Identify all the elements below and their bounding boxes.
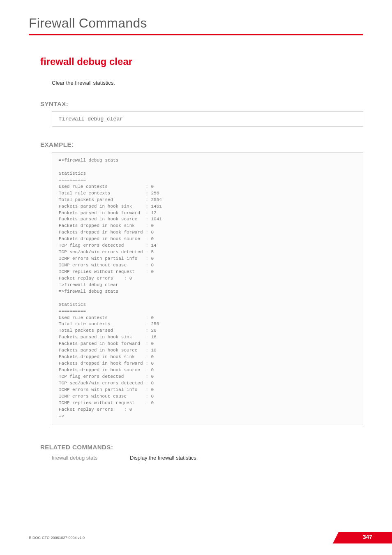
footer-page-tab: 347	[339, 532, 392, 543]
accent-rule	[29, 34, 363, 35]
chapter-title: Firewall Commands	[29, 16, 363, 31]
related-heading: RELATED COMMANDS:	[40, 444, 363, 451]
command-title: firewall debug clear	[40, 56, 363, 67]
page-number: 347	[363, 534, 372, 540]
command-description: Clear the firewall statistics.	[52, 80, 363, 86]
related-command-desc: Display the firewall statistics.	[130, 455, 198, 461]
related-command-name: firewall debug stats	[52, 455, 130, 461]
example-heading: EXAMPLE:	[40, 141, 363, 148]
page-footer: E-DOC-CTC-20061027-0004 v1.0 347	[29, 532, 392, 543]
related-row: firewall debug stats Display the firewal…	[52, 455, 363, 461]
syntax-box: firewall debug clear	[52, 111, 363, 127]
example-box: =>firewall debug stats Statistics ======…	[52, 152, 363, 425]
footer-doc-id: E-DOC-CTC-20061027-0004 v1.0	[29, 536, 85, 540]
syntax-heading: SYNTAX:	[40, 100, 363, 107]
